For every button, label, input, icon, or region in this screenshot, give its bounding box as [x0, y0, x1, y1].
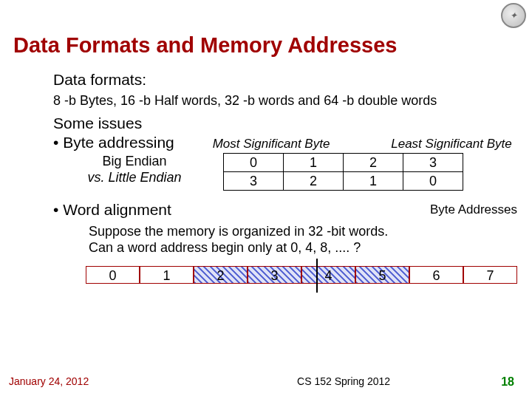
word-address-strip: 0 1 2 3 4 5 6 7: [86, 266, 517, 284]
endian-table: 0 1 2 3 3 2 1 0: [223, 153, 463, 191]
suppose-line-1: Suppose the memory is organized in 32 -b…: [89, 223, 517, 239]
lsb-label: Least Significant Byte: [334, 137, 517, 151]
bullet-word-alignment: • Word alignment: [53, 201, 171, 219]
word-cell: 1: [140, 266, 194, 284]
institution-seal-icon: ✦: [501, 3, 526, 28]
endian-cell: 0: [403, 172, 463, 191]
page-title: Data Formats and Memory Addresses: [0, 0, 532, 58]
endian-cell: 0: [224, 154, 284, 172]
endian-cell: 2: [284, 172, 344, 191]
endian-cell: 3: [224, 172, 284, 191]
endian-cell: 3: [403, 154, 463, 172]
footer-page-number: 18: [501, 375, 532, 389]
some-issues-heading: Some issues: [53, 115, 517, 132]
endian-cell: 2: [344, 154, 403, 172]
suppose-line-2: Can a word address begin only at 0, 4, 8…: [89, 239, 517, 256]
data-formats-heading: Data formats:: [53, 71, 517, 89]
formats-line: 8 -b Bytes, 16 -b Half words, 32 -b word…: [53, 93, 517, 109]
byte-addresses-label: Byte Addresses: [430, 201, 517, 219]
footer-date: January 24, 2012: [0, 375, 186, 389]
table-row: 3 2 1 0: [224, 172, 463, 191]
table-row: 0 1 2 3: [224, 154, 463, 172]
alignment-marker-icon: [316, 259, 318, 293]
word-cell: 2: [194, 266, 248, 284]
word-cell: 6: [409, 266, 463, 284]
footer-course: CS 152 Spring 2012: [186, 375, 501, 389]
word-cell: 7: [463, 266, 517, 284]
word-cell: 5: [355, 266, 409, 284]
msb-label: Most Significant Byte: [208, 137, 334, 151]
word-cell: 4: [301, 266, 355, 284]
word-cell: 0: [86, 266, 140, 284]
vs-little-endian-label: vs. Little Endian: [53, 169, 216, 185]
bullet-byte-addressing: • Byte addressing: [53, 134, 208, 151]
endian-cell: 1: [284, 154, 344, 172]
big-endian-label: Big Endian: [53, 153, 216, 169]
word-cell: 3: [248, 266, 301, 284]
endian-cell: 1: [344, 172, 403, 191]
